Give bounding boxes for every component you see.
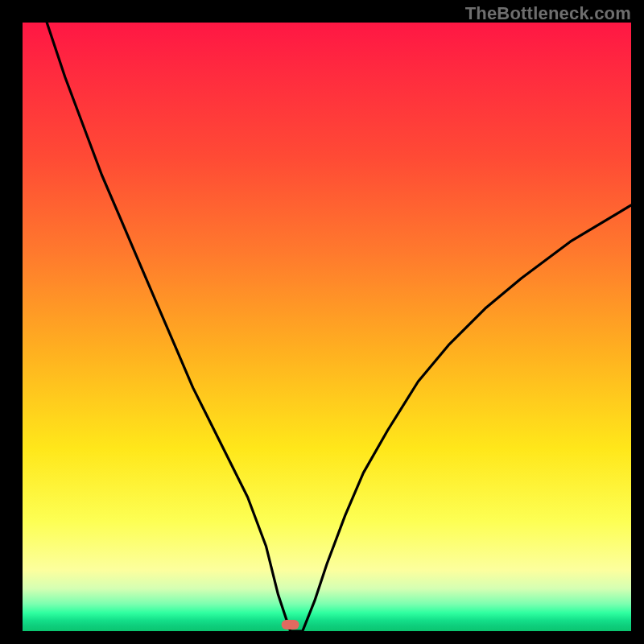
optimum-marker — [282, 620, 299, 630]
chart-svg — [23, 23, 631, 631]
plot-area — [23, 23, 631, 631]
bottleneck-curve — [47, 23, 631, 631]
watermark-text: TheBottleneck.com — [465, 3, 631, 24]
chart-frame: TheBottleneck.com — [0, 0, 644, 644]
